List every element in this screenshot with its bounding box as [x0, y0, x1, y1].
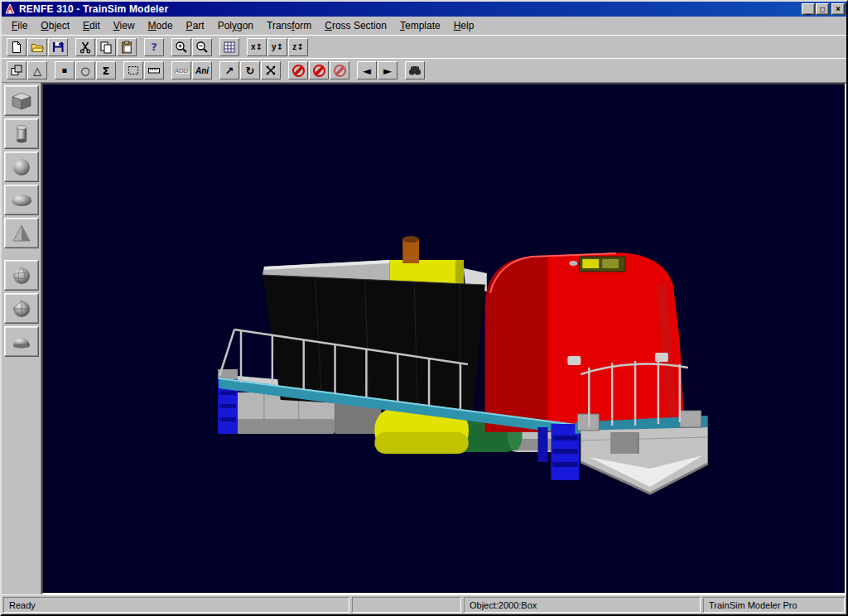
new-button[interactable]: [7, 38, 26, 56]
paste-button[interactable]: [117, 38, 137, 56]
window-controls: _ □ ×: [802, 3, 845, 15]
menu-help[interactable]: Help: [447, 17, 481, 34]
clipboard-icon: [120, 41, 133, 54]
select-shapes-button[interactable]: [7, 61, 26, 79]
point-tool-button[interactable]: ▪: [55, 61, 75, 79]
textured-sphere-primitive-icon: [7, 264, 36, 287]
titlebar: RENFE 310 - TrainSim Modeler _ □ ×: [2, 2, 846, 17]
grid-icon: [223, 41, 236, 54]
app-icon: [4, 3, 16, 15]
status-panel-2: [352, 597, 461, 613]
primitive-geosphere-button[interactable]: [4, 293, 39, 324]
primitive-cone-button[interactable]: [4, 218, 39, 248]
scissors-icon: [79, 41, 92, 54]
sphere-primitive-icon: [7, 156, 36, 179]
grid-button[interactable]: [219, 38, 239, 56]
scale-arrows-icon: [264, 64, 277, 77]
zoom-out-button[interactable]: [192, 38, 212, 56]
primitive-sphere2-button[interactable]: [4, 260, 39, 291]
flip-z-button[interactable]: z↕: [288, 38, 308, 56]
zoom-in-icon: [175, 41, 188, 54]
circle-tool-button[interactable]: ○: [75, 61, 95, 79]
marker-light: [567, 356, 581, 365]
prev-button[interactable]: ◄: [357, 61, 377, 79]
menu-cross-section[interactable]: Cross Section: [318, 17, 393, 34]
application-window: RENFE 310 - TrainSim Modeler _ □ × File …: [0, 0, 848, 616]
status-message: Ready: [3, 597, 349, 613]
primitive-ellipsoid-button[interactable]: [4, 185, 39, 215]
primitive-sphere-button[interactable]: [4, 152, 39, 182]
open-button[interactable]: [27, 38, 47, 56]
triangle-tool-button[interactable]: △: [27, 61, 47, 79]
primitives-toolbar: [2, 83, 41, 594]
scale-button[interactable]: [261, 61, 281, 79]
menu-mode[interactable]: Mode: [142, 17, 180, 34]
marquee-tool-button[interactable]: [123, 61, 143, 79]
primitive-cylinder-button[interactable]: [4, 118, 39, 149]
no-entry-1-button[interactable]: [288, 61, 308, 79]
no-entry-icon: [313, 65, 325, 77]
main-area: [2, 83, 846, 594]
toolbar-tools: △ ▪ ○ Σ ADD Ani ↗ ↻: [2, 58, 846, 83]
geosphere-primitive-icon: [7, 297, 36, 320]
ani-button[interactable]: Ani: [192, 61, 212, 79]
primitive-dome-button[interactable]: [4, 326, 39, 357]
next-button[interactable]: ►: [378, 61, 398, 79]
no-entry-icon: [334, 65, 346, 77]
ruler-icon: [147, 64, 161, 77]
zoom-in-button[interactable]: [171, 38, 191, 56]
flip-x-button[interactable]: x↕: [247, 38, 267, 56]
no-entry-3-button[interactable]: [330, 61, 349, 79]
minimize-button[interactable]: _: [802, 3, 815, 15]
window-title: RENFE 310 - TrainSim Modeler: [19, 3, 168, 15]
close-button[interactable]: ×: [831, 3, 845, 15]
maximize-button[interactable]: □: [816, 3, 829, 15]
menu-edit[interactable]: Edit: [76, 17, 107, 34]
buffer: [680, 411, 701, 427]
ruler-tool-button[interactable]: [144, 61, 164, 79]
cab: [485, 253, 685, 432]
menu-part[interactable]: Part: [180, 17, 211, 34]
headlight-box: [579, 257, 625, 272]
rotate-button[interactable]: ↻: [240, 61, 260, 79]
box-primitive-icon: [7, 89, 36, 113]
viewport-3d[interactable]: [41, 83, 846, 594]
roof-detail: [569, 261, 577, 266]
menu-file[interactable]: File: [5, 17, 34, 34]
coupler-box: [610, 432, 638, 454]
menu-polygon[interactable]: Polygon: [211, 17, 260, 34]
zoom-out-icon: [195, 41, 209, 54]
dome-primitive-icon: [7, 330, 36, 354]
sigma-tool-button[interactable]: Σ: [96, 61, 116, 79]
pan-arrow-button[interactable]: ↗: [219, 61, 239, 79]
find-button[interactable]: [405, 61, 425, 79]
menubar: File Object Edit View Mode Part Polygon …: [2, 17, 846, 35]
cut-button[interactable]: [75, 38, 95, 56]
menu-view[interactable]: View: [107, 17, 142, 34]
save-button[interactable]: [48, 38, 68, 56]
menu-template[interactable]: Template: [393, 17, 447, 34]
no-entry-2-button[interactable]: [309, 61, 329, 79]
binoculars-icon: [407, 64, 422, 77]
cone-primitive-icon: [7, 222, 36, 245]
front-steps: [538, 424, 580, 480]
flip-y-button[interactable]: y↕: [267, 38, 287, 56]
primitive-box-button[interactable]: [4, 85, 39, 116]
copy-icon: [99, 41, 113, 54]
ellipsoid-primitive-icon: [7, 189, 36, 212]
toolbar-standard: ? x↕ y↕ z↕: [2, 35, 846, 58]
new-file-icon: [10, 41, 23, 54]
save-floppy-icon: [51, 41, 65, 54]
menu-transform[interactable]: Transform: [260, 17, 318, 34]
overlapping-squares-icon: [10, 64, 23, 77]
copy-button[interactable]: [96, 38, 116, 56]
status-app-edition: TrainSim Modeler Pro: [703, 597, 845, 613]
no-entry-icon: [292, 65, 305, 77]
menu-object[interactable]: Object: [34, 17, 76, 34]
help-button[interactable]: ?: [144, 38, 164, 56]
add-button[interactable]: ADD: [171, 61, 191, 79]
marquee-icon: [127, 64, 140, 77]
locomotive-model: [43, 84, 845, 593]
cylinder-primitive-icon: [7, 123, 36, 146]
statusbar: Ready Object:2000:Box TrainSim Modeler P…: [2, 594, 846, 614]
